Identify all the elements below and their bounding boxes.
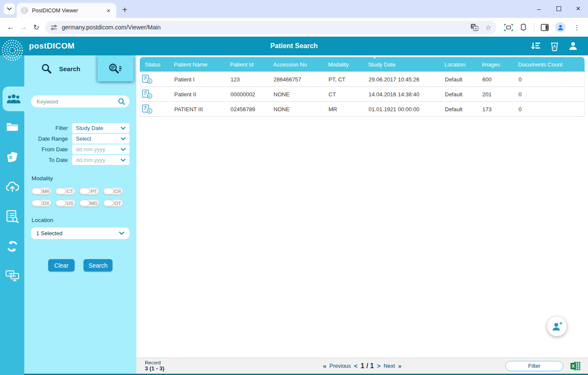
sort-indicator-icon: ▼ xyxy=(373,56,376,60)
next-button[interactable]: Next xyxy=(383,363,395,369)
location-label: Location xyxy=(32,217,136,223)
modality-toggle-ot[interactable]: OT xyxy=(103,199,123,207)
table-row[interactable]: Patient II 00000002 NONE CT 14.04.2016 1… xyxy=(140,87,584,102)
sidebar-item-patient-search[interactable] xyxy=(3,87,24,111)
cell-images: 173 xyxy=(482,106,519,112)
forward-button[interactable]: → xyxy=(17,23,30,32)
profile-avatar[interactable] xyxy=(555,22,565,32)
toggle-knob xyxy=(56,188,66,194)
back-button[interactable]: ← xyxy=(4,23,17,32)
first-page-icon[interactable]: « xyxy=(323,362,326,369)
column-accession-no[interactable]: Accession No xyxy=(273,61,328,68)
sidebar-item-sync[interactable] xyxy=(0,238,24,255)
prev-page-icon[interactable]: < xyxy=(354,362,358,369)
results-area: Status Patient Name Patient Id Accession… xyxy=(136,55,588,375)
patients-group-icon xyxy=(6,93,21,104)
new-tab-button[interactable]: + xyxy=(122,6,127,14)
brand-logo-text: postDICOM xyxy=(29,41,75,51)
to-date-dropdown[interactable]: dd.mm.yyyy xyxy=(72,155,130,165)
sidebar-item-image-stack[interactable] xyxy=(0,148,24,165)
extensions-puzzle-icon[interactable] xyxy=(519,23,527,32)
page-title: Patient Search xyxy=(270,42,317,50)
site-settings-icon[interactable] xyxy=(50,24,58,31)
record-label: Record xyxy=(145,360,164,365)
last-page-icon[interactable]: » xyxy=(398,362,401,369)
cell-accession-no: NONE xyxy=(274,91,329,98)
side-panel-icon[interactable] xyxy=(541,24,549,31)
browser-tab[interactable]: PostDICOM Viewer × xyxy=(17,3,116,18)
minimize-button[interactable]: – xyxy=(533,5,545,12)
svg-text:X: X xyxy=(572,363,575,368)
search-panel: Search xyxy=(24,55,136,375)
recycle-bin-icon[interactable] xyxy=(551,41,559,51)
cell-patient-name: PATIENT III xyxy=(174,106,231,112)
next-page-icon[interactable]: > xyxy=(377,362,380,369)
sidebar-item-cloud-upload[interactable] xyxy=(0,178,24,195)
keyword-search-icon[interactable] xyxy=(118,98,125,105)
column-documents-count[interactable]: Documents Count xyxy=(518,61,585,68)
maximize-button[interactable] xyxy=(553,5,564,12)
cell-patient-name: Patient II xyxy=(174,91,231,98)
previous-button[interactable]: Previous xyxy=(329,363,351,369)
modality-toggle-pt[interactable]: PT xyxy=(79,188,99,195)
toggle-knob xyxy=(104,188,114,194)
sidebar-item-order-search[interactable] xyxy=(0,208,24,225)
sidebar-item-remote-transfer[interactable] xyxy=(0,268,24,285)
chevron-down-icon xyxy=(121,137,126,141)
cell-study-date: 29.06.2017 10:45:26 xyxy=(369,76,445,83)
chevron-down-icon xyxy=(121,127,126,130)
close-tab-icon[interactable]: × xyxy=(104,7,113,14)
cell-patient-id: 02456789 xyxy=(231,106,274,112)
reload-button[interactable]: ↻ xyxy=(30,23,43,32)
table-row[interactable]: Patient I 123 286466757 PT, CT 29.06.201… xyxy=(140,72,584,87)
browser-menu-icon[interactable]: ⋮ xyxy=(572,23,582,32)
modality-toggle-dx[interactable]: DX xyxy=(32,199,52,207)
postdicom-logo-icon xyxy=(1,38,25,63)
toggle-knob xyxy=(56,200,66,206)
cell-documents-count: 0 xyxy=(519,106,584,112)
location-dropdown[interactable]: 1 Selected xyxy=(31,228,130,239)
filter-dropdown[interactable]: Study Date xyxy=(72,123,130,133)
table-row[interactable]: PATIENT III 02456789 NONE MR 01.01.1921 … xyxy=(140,102,584,117)
from-date-dropdown[interactable]: dd.mm.yyyy xyxy=(72,144,130,154)
user-icon[interactable] xyxy=(568,41,578,51)
from-date-label: From Date xyxy=(24,146,68,153)
screenshot-icon[interactable] xyxy=(504,24,513,31)
tab-advanced-search[interactable] xyxy=(98,55,133,81)
export-excel-icon[interactable]: X xyxy=(571,361,581,371)
search-button[interactable]: Search xyxy=(84,259,112,271)
keyword-input[interactable] xyxy=(37,98,118,105)
column-patient-id[interactable]: Patient Id xyxy=(230,61,273,68)
tab-search-button[interactable] xyxy=(4,3,15,14)
modality-toggle-ct[interactable]: CT xyxy=(55,188,75,195)
url-bar[interactable]: germany.postdicom.com/Viewer/Main A ☆ xyxy=(45,21,496,34)
table-header: Status Patient Name Patient Id Accession… xyxy=(140,57,585,72)
column-status[interactable]: Status xyxy=(145,61,174,68)
column-modality[interactable]: Modality xyxy=(328,61,368,68)
sidebar-item-folders[interactable] xyxy=(0,118,24,136)
modality-toggle-cr[interactable]: CR xyxy=(103,188,123,195)
panel-buttons: Clear Search xyxy=(24,259,136,271)
column-location[interactable]: Location xyxy=(444,61,482,68)
search-icon xyxy=(41,63,52,75)
translate-icon[interactable]: A xyxy=(470,23,478,31)
close-window-button[interactable]: × xyxy=(573,4,584,13)
column-images[interactable]: Images xyxy=(482,61,518,68)
column-study-date[interactable]: ▼ Study Date xyxy=(368,61,444,68)
tab-basic-search[interactable]: Search xyxy=(24,55,97,82)
chevron-down-icon xyxy=(121,159,126,162)
modality-toggle-us[interactable]: US xyxy=(55,199,75,207)
left-navigation-rail xyxy=(0,55,24,375)
clear-button[interactable]: Clear xyxy=(48,259,75,271)
bookmark-icon[interactable]: ☆ xyxy=(485,23,491,32)
filter-button[interactable]: Filter xyxy=(505,361,563,371)
url-text[interactable]: germany.postdicom.com/Viewer/Main xyxy=(62,24,470,31)
chevron-down-icon xyxy=(119,231,124,235)
date-range-dropdown[interactable]: Select xyxy=(72,134,130,144)
column-patient-name[interactable]: Patient Name xyxy=(174,61,230,68)
cell-accession-no: 286466757 xyxy=(274,76,329,83)
add-patient-fab[interactable] xyxy=(547,317,567,336)
modality-toggle-mr[interactable]: MR xyxy=(32,188,52,195)
modality-toggle-mg[interactable]: MG xyxy=(79,199,99,207)
download-sort-icon[interactable] xyxy=(530,42,541,51)
